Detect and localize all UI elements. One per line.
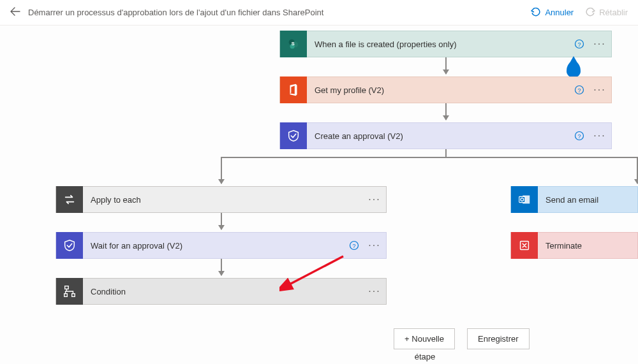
wait-approval-card[interactable]: Wait for an approval (V2) ? ···	[56, 232, 387, 259]
apply-to-each-card[interactable]: Apply to each ···	[56, 186, 387, 213]
header-bar: Démarrer un processus d'approbation lors…	[0, 0, 638, 25]
svg-text:?: ?	[577, 133, 581, 140]
undo-button[interactable]: Annuler	[531, 8, 574, 18]
connector-arrow	[221, 213, 222, 229]
condition-card[interactable]: Condition ···	[56, 278, 387, 305]
connector-line	[445, 149, 447, 157]
sharepoint-icon: S	[280, 31, 307, 57]
new-step-droplet-icon[interactable]	[567, 61, 581, 78]
terminate-card[interactable]: Terminate	[510, 232, 638, 259]
profile-card[interactable]: Get my profile (V2) ? ···	[279, 76, 612, 103]
connector-line	[221, 157, 638, 158]
flow-canvas: S When a file is created (properties onl…	[0, 25, 638, 364]
info-icon[interactable]: ?	[573, 84, 586, 96]
trigger-card[interactable]: S When a file is created (properties onl…	[279, 31, 612, 57]
new-step-button[interactable]: + Nouvelle	[394, 328, 455, 349]
more-menu[interactable]: ···	[591, 130, 609, 142]
connector-arrow	[221, 259, 222, 275]
outlook-icon	[511, 186, 538, 213]
condition-label: Condition	[83, 287, 366, 296]
redo-button: Rétablir	[585, 8, 628, 18]
create-approval-card[interactable]: Create an approval (V2) ? ···	[279, 122, 612, 149]
apply-label: Apply to each	[83, 195, 366, 205]
approvals-icon	[56, 232, 83, 259]
approvals-icon	[280, 122, 307, 149]
svg-text:S: S	[292, 41, 295, 47]
redo-label: Rétablir	[599, 8, 628, 17]
profile-label: Get my profile (V2)	[307, 85, 573, 95]
connector-arrow	[445, 57, 447, 74]
svg-rect-13	[64, 294, 68, 297]
trigger-label: When a file is created (properties only)	[307, 40, 573, 49]
svg-text:?: ?	[577, 87, 581, 94]
terminate-label: Terminate	[538, 241, 637, 251]
svg-text:?: ?	[577, 41, 581, 48]
more-menu[interactable]: ···	[366, 194, 383, 205]
loop-icon	[56, 186, 83, 213]
send-email-card[interactable]: Send an email	[510, 186, 638, 213]
more-menu[interactable]: ···	[591, 38, 609, 50]
info-icon[interactable]: ?	[573, 129, 586, 142]
wait-label: Wait for an approval (V2)	[83, 241, 348, 251]
flow-title: Démarrer un processus d'approbation lors…	[28, 8, 519, 17]
send-email-label: Send an email	[538, 195, 637, 205]
svg-rect-16	[519, 196, 525, 202]
undo-label: Annuler	[545, 8, 574, 17]
terminate-icon	[511, 232, 538, 259]
svg-text:?: ?	[352, 243, 355, 249]
condition-icon	[56, 278, 83, 305]
more-menu[interactable]: ···	[366, 286, 383, 297]
connector-arrow	[221, 157, 222, 184]
office-icon	[280, 76, 307, 103]
more-menu[interactable]: ···	[366, 240, 383, 251]
save-button[interactable]: Enregistrer	[467, 328, 530, 349]
svg-rect-14	[72, 294, 75, 297]
info-icon[interactable]: ?	[348, 239, 360, 252]
more-menu[interactable]: ···	[591, 84, 609, 96]
info-icon[interactable]: ?	[573, 38, 586, 50]
new-step-label-line2: étape	[394, 352, 456, 361]
connector-arrow	[445, 103, 447, 120]
back-arrow-icon[interactable]	[10, 6, 20, 18]
svg-rect-12	[65, 286, 69, 289]
create-approval-label: Create an approval (V2)	[307, 131, 573, 141]
